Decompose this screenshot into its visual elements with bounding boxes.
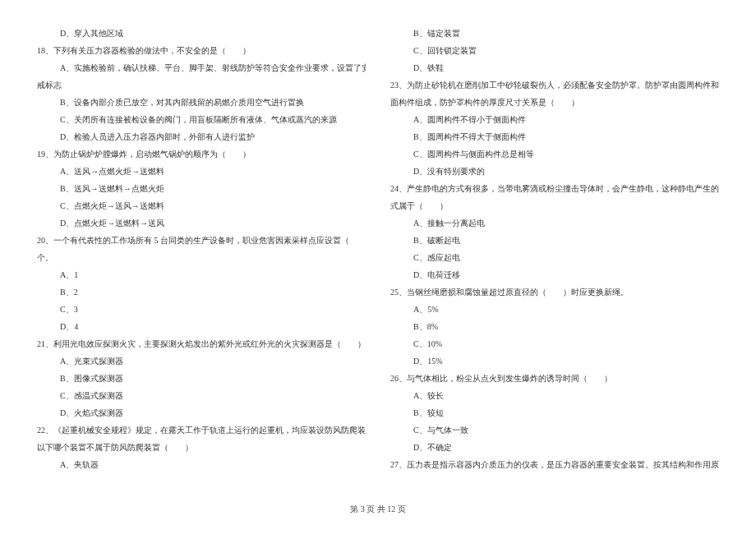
q25-option-a: A、5% — [390, 301, 719, 318]
q20-option-b: B、2 — [37, 283, 366, 301]
q24-stem: 24、产生静电的方式有很多，当带电雾滴或粉尘撞击导体时，会产生静电，这种静电产生… — [390, 180, 719, 197]
q19-option-a: A、送风→点燃火炬→送燃料 — [37, 163, 366, 180]
q23-option-c: C、圆周构件与侧面构件总是相等 — [390, 145, 719, 163]
left-column: D、穿入其他区域 18、下列有关压力容器检验的做法中，不安全的是（ ） A、实施… — [37, 25, 366, 493]
q23-option-d: D、没有特别要求的 — [390, 163, 719, 180]
q18-option-c: C、关闭所有连接被检设备的阀门，用盲板隔断所有液体、气体或蒸汽的来源 — [37, 111, 366, 128]
q25-stem: 25、当钢丝绳磨损和腐蚀量超过原直径的（ ）时应更换新绳。 — [390, 283, 719, 301]
q20-option-a: A、1 — [37, 266, 366, 283]
q26-stem: 26、与气体相比，粉尘从点火到发生爆炸的诱导时间（ ） — [390, 370, 719, 387]
q18-stem: 18、下列有关压力容器检验的做法中，不安全的是（ ） — [37, 42, 366, 59]
q22-stem-cont: 以下哪个装置不属于防风防爬装置（ ） — [37, 439, 366, 456]
page-content: D、穿入其他区域 18、下列有关压力容器检验的做法中，不安全的是（ ） A、实施… — [0, 0, 756, 493]
q26-option-b: B、较短 — [390, 404, 719, 421]
q24-option-a: A、接触一分离起电 — [390, 214, 719, 232]
q18-option-b: B、设备内部介质已放空，对其内部残留的易燃介质用空气进行置换 — [37, 94, 366, 111]
q21-option-a: A、光束式探测器 — [37, 352, 366, 370]
q25-option-d: D、15% — [390, 352, 719, 370]
q23-option-b: B、圆周构件不得大于侧面构件 — [390, 128, 719, 145]
q17-option-d: D、穿入其他区域 — [37, 25, 366, 42]
q19-option-c: C、点燃火炬→送风→送燃料 — [37, 197, 366, 214]
q21-option-c: C、感温式探测器 — [37, 387, 366, 404]
q20-stem: 20、一个有代表性的工作场所有 5 台同类的生产设备时，职业危害因素采样点应设置… — [37, 232, 366, 249]
q22-option-b: B、锚定装置 — [390, 25, 719, 42]
q20-option-d: D、4 — [37, 318, 366, 335]
right-column: B、锚定装置 C、回转锁定装置 D、铁鞋 23、为防止砂轮机在磨削加工中砂轮破裂… — [390, 25, 719, 493]
q21-option-d: D、火焰式探测器 — [37, 404, 366, 421]
q22-option-d: D、铁鞋 — [390, 59, 719, 76]
page-footer: 第 3 页 共 12 页 — [0, 500, 756, 518]
q23-stem: 23、为防止砂轮机在磨削加工中砂轮破裂伤人，必须配备安全防护罩。防护罩由圆周构件… — [390, 76, 719, 94]
q24-option-b: B、破断起电 — [390, 232, 719, 249]
q26-option-a: A、较长 — [390, 387, 719, 404]
q25-option-c: C、10% — [390, 335, 719, 352]
q26-option-d: D、不确定 — [390, 439, 719, 456]
q22-stem: 22、《起重机械安全规程》规定，在露天工作于轨道上运行的起重机，均应装设防风防爬… — [37, 421, 366, 439]
q25-option-b: B、8% — [390, 318, 719, 335]
q24-option-d: D、电荷迁移 — [390, 266, 719, 283]
q22-option-c: C、回转锁定装置 — [390, 42, 719, 59]
q23-option-a: A、圆周构件不得小于侧面构件 — [390, 111, 719, 128]
q27-stem: 27、压力表是指示容器内介质压力的仪表，是压力容器的重要安全装置。按其结构和作用… — [390, 456, 719, 473]
q18-option-a-cont: 戒标志 — [37, 76, 366, 94]
q24-option-c: C、感应起电 — [390, 249, 719, 266]
q20-stem-cont: 个。 — [37, 249, 366, 266]
q20-option-c: C、3 — [37, 301, 366, 318]
q26-option-c: C、与气体一致 — [390, 421, 719, 439]
q19-option-b: B、送风→送燃料→点燃火炬 — [37, 180, 366, 197]
q21-stem: 21、利用光电效应探测火灾，主要探测火焰发出的紫外光或红外光的火灾探测器是（ ） — [37, 335, 366, 352]
q24-stem-cont: 式属于（ ） — [390, 197, 719, 214]
q22-option-a: A、夹轨器 — [37, 456, 366, 473]
q19-stem: 19、为防止锅炉炉膛爆炸，启动燃气锅炉的顺序为（ ） — [37, 145, 366, 163]
q23-stem-cont: 面构件组成，防护罩构件的厚度尺寸关系是（ ） — [390, 94, 719, 111]
q18-option-d: D、检验人员进入压力容器内部时，外部有人进行监护 — [37, 128, 366, 145]
q19-option-d: D、点燃火炬→送燃料→送风 — [37, 214, 366, 232]
q18-option-a: A、实施检验前，确认扶梯、平台、脚手架、射线防护等符合安全作业要求，设置了安全警 — [37, 59, 366, 76]
q21-option-b: B、图像式探测器 — [37, 370, 366, 387]
